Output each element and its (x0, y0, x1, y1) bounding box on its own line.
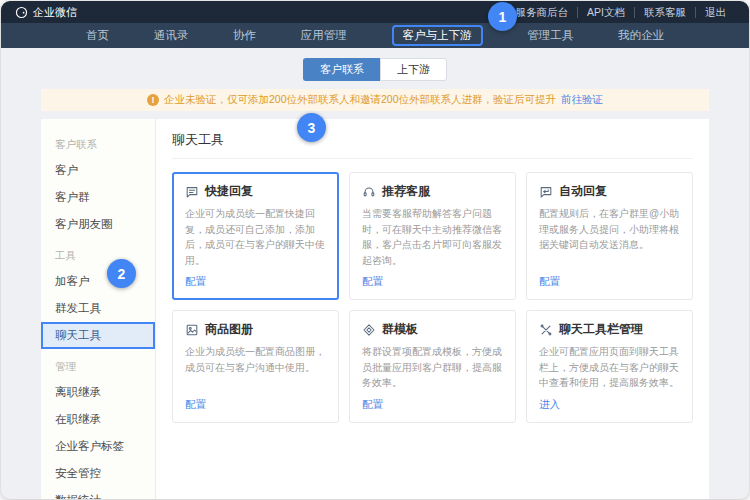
sidebar-item-customer-group[interactable]: 客户群 (41, 184, 155, 211)
nav-customers-updownstream[interactable]: 客户与上下游 (392, 25, 483, 46)
card-auto-reply[interactable]: 自动回复 配置规则后，在客户群里@小助理或服务人员提问，小助理将根据关键词自动发… (526, 172, 693, 300)
sidebar-item-onjob-inherit[interactable]: 在职继承 (41, 406, 155, 433)
nav-home[interactable]: 首页 (86, 28, 109, 43)
logout-link[interactable]: 退出 (695, 7, 735, 18)
card-action-link[interactable]: 配置 (362, 398, 383, 412)
provider-console-link[interactable]: 服务商后台 (507, 7, 578, 18)
sidebar-item-customer[interactable]: 客户 (41, 157, 155, 184)
card-action-link[interactable]: 配置 (539, 275, 560, 289)
group-template-icon (362, 323, 376, 337)
brand: 企业微信 (15, 5, 77, 20)
card-desc: 当需要客服帮助解答客户问题时，可在聊天中主动推荐微信客服，客户点击名片即可向客服… (362, 206, 503, 268)
card-desc: 企业为成员统一配置商品图册，成员可在与客户沟通中使用。 (185, 344, 326, 391)
card-title: 群模板 (382, 321, 418, 338)
app-window: 企业微信 服务商后台 API文档 联系客服 退出 首页 通讯录 协作 应用管理 … (1, 1, 749, 499)
banner-text: 企业未验证，仅可添加200位外部联系人和邀请200位外部联系人进群，验证后可提升 (164, 93, 556, 107)
warning-icon: ! (147, 94, 159, 106)
card-action-link[interactable]: 配置 (362, 275, 383, 289)
sidebar-group-tools: 工具 (41, 238, 155, 268)
page-title: 聊天工具 (172, 131, 693, 159)
quick-reply-icon (185, 185, 199, 199)
sidebar-group-customer-contact: 客户联系 (41, 127, 155, 157)
wechat-work-logo-icon (15, 6, 28, 19)
card-product-album[interactable]: 商品图册 企业为成员统一配置商品图册，成员可在与客户沟通中使用。 配置 (172, 310, 339, 423)
card-grid: 快捷回复 企业可为成员统一配置快捷回复，成员还可自己添加，添加后，成员可在与客户… (172, 172, 693, 423)
sidebar-item-group-send[interactable]: 群发工具 (41, 295, 155, 322)
go-verify-link[interactable]: 前往验证 (561, 93, 603, 107)
card-title: 商品图册 (205, 321, 253, 338)
card-title: 聊天工具栏管理 (559, 321, 643, 338)
card-action-link[interactable]: 配置 (185, 398, 206, 412)
recommend-service-icon (362, 185, 376, 199)
card-title: 自动回复 (559, 183, 607, 200)
sidebar: 客户联系 客户 客户群 客户朋友圈 工具 加客户 群发工具 聊天工具 管理 离职… (41, 119, 156, 499)
annotation-step-1-badge: 1 (488, 2, 517, 31)
nav-collaboration[interactable]: 协作 (233, 28, 256, 43)
sidebar-item-add-customer[interactable]: 加客户 (41, 268, 155, 295)
main-panel: 聊天工具 快捷回复 企业可为成员统一配置快捷回复，成员还可自己添加，添加后，成员… (156, 119, 709, 499)
card-action-link[interactable]: 进入 (539, 398, 560, 412)
verification-banner: ! 企业未验证，仅可添加200位外部联系人和邀请200位外部联系人进群，验证后可… (41, 89, 709, 111)
card-desc: 企业可为成员统一配置快捷回复，成员还可自己添加，添加后，成员可在与客户的聊天中使… (185, 206, 326, 268)
nav-app-management[interactable]: 应用管理 (301, 28, 347, 43)
product-album-icon (185, 323, 199, 337)
subnav-tabs: 客户联系 上下游 (1, 58, 749, 81)
brand-label: 企业微信 (33, 5, 77, 20)
nav-my-company[interactable]: 我的企业 (618, 28, 664, 43)
sidebar-item-resign-inherit[interactable]: 离职继承 (41, 379, 155, 406)
annotation-step-2-badge: 2 (107, 259, 136, 288)
card-quick-reply[interactable]: 快捷回复 企业可为成员统一配置快捷回复，成员还可自己添加，添加后，成员可在与客户… (172, 172, 339, 300)
card-title: 快捷回复 (205, 183, 253, 200)
auto-reply-icon (539, 185, 553, 199)
main-nav: 首页 通讯录 协作 应用管理 客户与上下游 管理工具 我的企业 (1, 23, 749, 48)
card-desc: 配置规则后，在客户群里@小助理或服务人员提问，小助理将根据关键词自动发送消息。 (539, 206, 680, 268)
card-recommend-service[interactable]: 推荐客服 当需要客服帮助解答客户问题时，可在聊天中主动推荐微信客服，客户点击名片… (349, 172, 516, 300)
card-desc: 企业可配置应用页面到聊天工具栏上，方便成员在与客户的聊天中查看和使用，提高服务效… (539, 344, 680, 391)
api-docs-link[interactable]: API文档 (577, 7, 634, 18)
sidebar-item-customer-moments[interactable]: 客户朋友圈 (41, 211, 155, 238)
card-chat-toolbar[interactable]: 聊天工具栏管理 企业可配置应用页面到聊天工具栏上，方便成员在与客户的聊天中查看和… (526, 310, 693, 423)
content-area: 客户联系 客户 客户群 客户朋友圈 工具 加客户 群发工具 聊天工具 管理 离职… (41, 119, 709, 499)
card-title: 推荐客服 (382, 183, 430, 200)
nav-admin-tools[interactable]: 管理工具 (527, 28, 573, 43)
sidebar-group-management: 管理 (41, 349, 155, 379)
sidebar-item-chat-tools[interactable]: 聊天工具 (41, 322, 155, 349)
sidebar-item-security-control[interactable]: 安全管控 (41, 460, 155, 487)
sidebar-item-data-statistics[interactable]: 数据统计 (41, 487, 155, 499)
card-group-template[interactable]: 群模板 将群设置项配置成模板，方便成员批量应用到客户群聊，提高服务效率。 配置 (349, 310, 516, 423)
tab-updownstream[interactable]: 上下游 (380, 58, 447, 81)
tab-customer-contact[interactable]: 客户联系 (303, 58, 380, 81)
card-desc: 将群设置项配置成模板，方便成员批量应用到客户群聊，提高服务效率。 (362, 344, 503, 391)
annotation-step-3-badge: 3 (297, 113, 326, 142)
contact-support-link[interactable]: 联系客服 (634, 7, 695, 18)
chat-toolbar-icon (539, 323, 553, 337)
topbar: 企业微信 服务商后台 API文档 联系客服 退出 (1, 1, 749, 23)
card-action-link[interactable]: 配置 (185, 275, 206, 289)
topbar-links: 服务商后台 API文档 联系客服 退出 (507, 7, 735, 18)
nav-contacts[interactable]: 通讯录 (154, 28, 189, 43)
sidebar-item-customer-tags[interactable]: 企业客户标签 (41, 433, 155, 460)
